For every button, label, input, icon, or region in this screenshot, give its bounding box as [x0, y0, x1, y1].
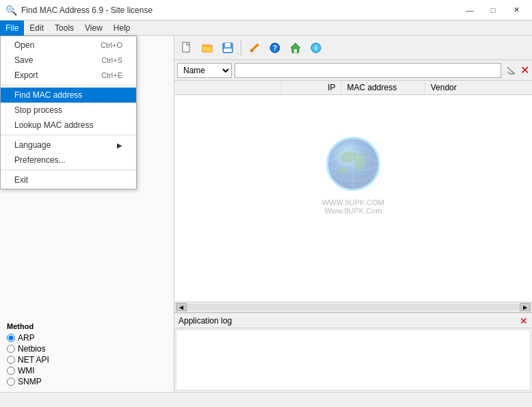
toolbar-info-button[interactable]: i: [306, 38, 325, 57]
menu-exit[interactable]: Exit: [1, 172, 136, 187]
broom-icon: [506, 66, 516, 75]
menu-open-shortcut: Ctrl+O: [101, 41, 122, 49]
menu-save-label: Save: [14, 55, 33, 65]
menu-bar: File Edit Tools View Help: [0, 21, 532, 36]
menu-save-shortcut: Ctrl+S: [101, 56, 122, 64]
title-bar: 🔍 Find MAC Address 6.9 - Site license — …: [0, 0, 532, 21]
scroll-right-button[interactable]: ▶: [520, 303, 531, 311]
svg-rect-3: [225, 43, 230, 47]
menu-preferences[interactable]: Preferences...: [1, 153, 136, 168]
menu-item-edit[interactable]: Edit: [24, 21, 49, 36]
filter-clear-button[interactable]: [504, 64, 518, 77]
minimize-button[interactable]: —: [460, 3, 480, 17]
toolbar-home-button[interactable]: [286, 38, 305, 57]
close-button[interactable]: ✕: [506, 3, 527, 17]
menu-open[interactable]: Open Ctrl+O: [1, 38, 136, 53]
col-name-header: [174, 81, 282, 94]
app-icon: 🔍: [5, 5, 17, 16]
svg-rect-9: [294, 49, 297, 53]
toolbar-open-button[interactable]: [198, 38, 217, 57]
menu-item-help[interactable]: Help: [108, 21, 136, 36]
watermark-text-1: WWW.9UPK.COM: [322, 198, 384, 206]
scroll-track[interactable]: [187, 304, 520, 311]
filter-select[interactable]: Name IP MAC Vendor: [177, 63, 232, 78]
method-wmi-option[interactable]: WMI: [7, 366, 167, 376]
method-netbios-label: Netbios: [18, 344, 46, 354]
method-arp-radio[interactable]: [7, 334, 15, 342]
table-header: IP MAC address Vendor: [174, 81, 532, 95]
h-scrollbar[interactable]: ◀ ▶: [174, 302, 532, 313]
toolbar-save-button[interactable]: [218, 38, 237, 57]
table-area: IP MAC address Vendor WWW.9U: [174, 81, 532, 313]
toolbar-new-button[interactable]: [177, 38, 196, 57]
method-section: Method ARP Netbios NET API WMI SNMP: [0, 318, 174, 392]
menu-exit-label: Exit: [14, 175, 28, 185]
menu-lookup-mac-label: Lookup MAC address: [14, 120, 93, 130]
col-vendor-header: Vendor: [425, 81, 532, 94]
help-icon: ?: [269, 42, 281, 54]
menu-item-view[interactable]: View: [79, 21, 108, 36]
method-netbios-radio[interactable]: [7, 345, 15, 353]
menu-item-file[interactable]: File: [0, 21, 24, 36]
toolbar: ? i: [174, 36, 532, 60]
method-arp-label: ARP: [18, 333, 35, 343]
menu-open-label: Open: [14, 40, 34, 50]
watermark-text-2: Www.9UPK.Com: [322, 206, 384, 214]
filter-bar: Name IP MAC Vendor ✕: [174, 60, 532, 81]
method-wmi-radio[interactable]: [7, 367, 15, 375]
log-title: Application log: [178, 316, 232, 326]
info-icon: i: [310, 42, 322, 54]
filter-input[interactable]: [235, 63, 501, 78]
scroll-left-button[interactable]: ◀: [176, 303, 187, 311]
file-dropdown-menu: Open Ctrl+O Save Ctrl+S Export Ctrl+E Fi…: [0, 36, 137, 189]
log-content: [176, 330, 531, 391]
method-netapi-option[interactable]: NET API: [7, 355, 167, 365]
method-netapi-radio[interactable]: [7, 356, 15, 364]
watermark: WWW.9UPK.COM Www.9UPK.Com: [322, 133, 384, 214]
method-snmp-radio[interactable]: [7, 378, 15, 386]
menu-find-mac-label: Find MAC address: [14, 90, 82, 100]
toolbar-separator-1: [241, 40, 241, 55]
menu-save[interactable]: Save Ctrl+S: [1, 53, 136, 68]
menu-preferences-label: Preferences...: [14, 155, 66, 165]
svg-rect-4: [224, 49, 232, 52]
title-controls: — □ ✕: [460, 3, 527, 17]
method-snmp-option[interactable]: SNMP: [7, 377, 167, 386]
menu-language-label: Language: [14, 140, 51, 150]
toolbar-help-button[interactable]: ?: [265, 38, 284, 57]
method-wmi-label: WMI: [18, 366, 35, 376]
menu-language[interactable]: Language ▶: [1, 137, 136, 153]
col-mac-header: MAC address: [341, 81, 425, 94]
filter-close-icon[interactable]: ✕: [520, 64, 529, 77]
separator-1: [1, 85, 136, 86]
log-close-button[interactable]: ✕: [520, 316, 528, 326]
menu-export-label: Export: [14, 70, 38, 80]
home-icon: [289, 42, 302, 54]
method-netbios-option[interactable]: Netbios: [7, 344, 167, 354]
col-ip-header: IP: [282, 81, 341, 94]
log-header: Application log ✕: [174, 313, 532, 328]
new-doc-icon: [181, 42, 193, 54]
svg-rect-0: [183, 42, 189, 52]
separator-2: [1, 135, 136, 135]
open-folder-icon: [201, 42, 213, 54]
method-netapi-label: NET API: [18, 355, 49, 365]
menu-item-tools[interactable]: Tools: [49, 21, 79, 36]
svg-text:i: i: [315, 44, 317, 52]
menu-lookup-mac[interactable]: Lookup MAC address: [1, 118, 136, 133]
watermark-globe-icon: [323, 133, 384, 194]
maximize-button[interactable]: □: [483, 3, 503, 17]
method-snmp-label: SNMP: [18, 377, 42, 386]
menu-export[interactable]: Export Ctrl+E: [1, 68, 136, 83]
language-arrow-icon: ▶: [117, 142, 122, 149]
menu-find-mac[interactable]: Find MAC address: [1, 88, 136, 103]
title-text: Find MAC Address 6.9 - Site license: [21, 5, 152, 15]
toolbar-settings-button[interactable]: [245, 38, 264, 57]
wrench-icon: [248, 42, 261, 54]
log-panel: Application log ✕: [174, 313, 532, 392]
separator-3: [1, 170, 136, 170]
menu-stop-process[interactable]: Stop process: [1, 103, 136, 118]
save-icon: [222, 42, 234, 54]
method-arp-option[interactable]: ARP: [7, 333, 167, 343]
svg-point-5: [251, 49, 253, 51]
